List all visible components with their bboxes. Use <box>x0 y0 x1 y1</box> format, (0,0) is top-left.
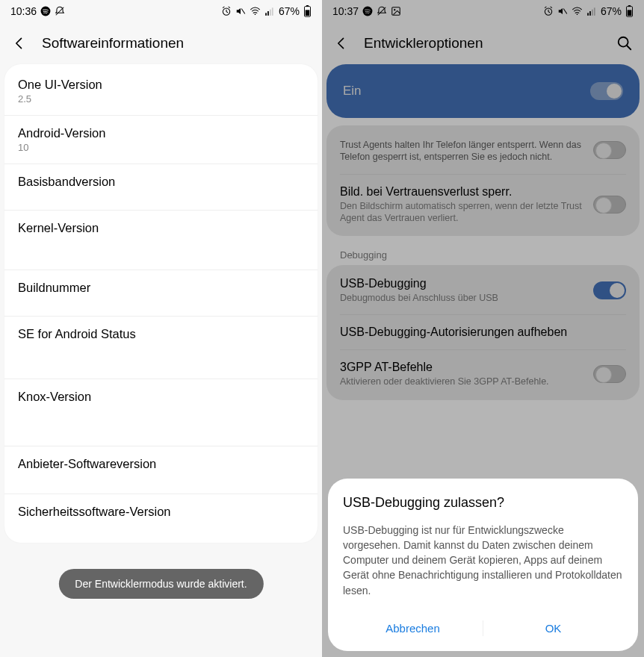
toast-dev-mode-enabled: Der Entwicklermodus wurde aktiviert. <box>58 569 263 599</box>
dialog-title: USB-Debugging zulassen? <box>343 495 623 511</box>
item-trust-agents-desc: Trust Agents halten Ihr Telefon länger e… <box>326 127 640 174</box>
mute-icon <box>235 6 246 16</box>
status-bar: 10:37 67% <box>322 0 644 22</box>
item-build-number[interactable]: Buildnummer <box>4 270 318 317</box>
svg-rect-6 <box>267 11 269 16</box>
lock-trust-loss-toggle[interactable] <box>593 196 626 214</box>
header: Softwareinformationen <box>0 22 322 64</box>
status-battery-pct: 67% <box>279 5 300 17</box>
main-toggle[interactable] <box>590 82 623 100</box>
dnd-icon <box>377 6 387 16</box>
alarm-icon <box>221 6 232 16</box>
item-title: Sicherheitssoftware-Version <box>18 505 304 519</box>
svg-rect-7 <box>270 10 271 16</box>
item-sub: Aktivieren oder deaktivieren Sie 3GPP AT… <box>340 376 584 387</box>
item-title: USB-Debugging <box>340 277 584 290</box>
item-title: One UI-Version <box>18 78 304 92</box>
item-sub: 2.5 <box>18 93 304 105</box>
page-title: Entwickleroptionen <box>364 35 602 52</box>
item-title: Anbieter-Softwareversion <box>18 457 304 471</box>
item-knox-version[interactable]: Knox-Version <box>4 379 318 446</box>
item-title: Kernel-Version <box>18 221 304 235</box>
wifi-icon <box>572 6 583 16</box>
svg-line-27 <box>627 46 631 50</box>
main-toggle-label: Ein <box>343 84 362 99</box>
usb-debugging-dialog: USB-Debugging zulassen? USB-Debugging is… <box>328 479 638 651</box>
header: Entwickleroptionen <box>322 22 644 64</box>
status-time: 10:37 <box>332 5 359 17</box>
svg-line-3 <box>241 9 245 14</box>
dialog-cancel-button[interactable]: Abbrechen <box>343 613 483 644</box>
battery-icon <box>303 5 312 17</box>
svg-rect-8 <box>272 7 273 15</box>
svg-point-4 <box>255 13 256 15</box>
wifi-icon <box>250 6 261 16</box>
item-revoke-usb-auth[interactable]: USB-Debugging-Autorisierungen aufheben <box>326 315 640 349</box>
status-battery-pct: 67% <box>601 5 622 17</box>
item-title: Bild. bei Vertrauensverlust sperr. <box>340 185 584 199</box>
item-android-version[interactable]: Android-Version 10 <box>4 116 318 164</box>
item-title: Android-Version <box>18 126 304 140</box>
back-button[interactable] <box>10 34 28 52</box>
item-provider-software-version[interactable]: Anbieter-Softwareversion <box>4 446 318 494</box>
item-title: SE for Android Status <box>18 327 304 341</box>
item-sub: Den Bildschirm automatisch sperren, wenn… <box>340 200 584 225</box>
item-lock-on-trust-loss[interactable]: Bild. bei Vertrauensverlust sperr. Den B… <box>326 175 640 235</box>
phone-left: 10:36 67% Softwareinformationen <box>0 0 322 657</box>
software-info-card: One UI-Version 2.5 Android-Version 10 Ba… <box>4 64 318 543</box>
svg-rect-10 <box>306 10 310 16</box>
svg-point-18 <box>577 13 578 15</box>
item-3gpp-at-commands[interactable]: 3GPP AT-Befehle Aktivieren oder deaktivi… <box>326 350 640 398</box>
svg-rect-14 <box>392 7 400 16</box>
svg-rect-22 <box>594 7 595 15</box>
dialog-body: USB-Debugging ist nur für Entwicklungszw… <box>343 523 623 598</box>
item-usb-debugging[interactable]: USB-Debugging Debugmodus bei Anschluss ü… <box>326 267 640 314</box>
spotify-icon <box>362 6 373 16</box>
svg-rect-11 <box>306 5 309 7</box>
dnd-icon <box>55 6 65 16</box>
item-one-ui-version[interactable]: One UI-Version 2.5 <box>4 67 318 116</box>
main-toggle-card[interactable]: Ein <box>326 64 640 118</box>
item-title: Knox-Version <box>18 390 304 404</box>
item-sub: Debugmodus bei Anschluss über USB <box>340 292 584 304</box>
item-title: 3GPP AT-Befehle <box>340 361 584 374</box>
section-debugging-label: Debugging <box>326 240 640 265</box>
item-title: Buildnummer <box>18 281 304 295</box>
battery-icon <box>625 5 634 17</box>
item-sub: 10 <box>18 142 304 153</box>
item-kernel-version[interactable]: Kernel-Version <box>4 211 318 270</box>
back-button[interactable] <box>332 34 350 52</box>
item-title: USB-Debugging-Autorisierungen aufheben <box>340 326 626 339</box>
mute-icon <box>557 6 568 16</box>
svg-rect-24 <box>628 10 632 16</box>
signal-icon <box>586 6 597 16</box>
dialog-ok-button[interactable]: OK <box>483 613 623 644</box>
at-commands-toggle[interactable] <box>593 365 626 383</box>
svg-rect-20 <box>589 11 591 16</box>
spotify-icon <box>40 6 51 16</box>
search-button[interactable] <box>616 34 634 52</box>
item-baseband-version[interactable]: Basisbandversion <box>4 164 318 211</box>
item-sub: Trust Agents halten Ihr Telefon länger e… <box>340 139 584 164</box>
svg-rect-19 <box>587 13 589 16</box>
trust-agents-toggle[interactable] <box>593 141 626 159</box>
usb-debugging-toggle[interactable] <box>593 281 626 299</box>
item-security-software-version[interactable]: Sicherheitssoftware-Version <box>4 494 318 540</box>
item-se-android-status[interactable]: SE for Android Status <box>4 317 318 379</box>
signal-icon <box>264 6 275 16</box>
svg-point-15 <box>394 9 395 10</box>
svg-line-17 <box>563 9 567 14</box>
page-title: Softwareinformationen <box>42 35 312 52</box>
gallery-icon <box>391 6 401 16</box>
status-bar: 10:36 67% <box>0 0 322 22</box>
phone-right: 10:37 67% Entwickleroptionen <box>322 0 644 657</box>
svg-rect-21 <box>592 10 593 16</box>
status-time: 10:36 <box>10 5 37 17</box>
item-title: Basisbandversion <box>18 175 304 189</box>
alarm-icon <box>543 6 554 16</box>
svg-rect-25 <box>628 5 631 7</box>
svg-rect-5 <box>265 13 267 16</box>
